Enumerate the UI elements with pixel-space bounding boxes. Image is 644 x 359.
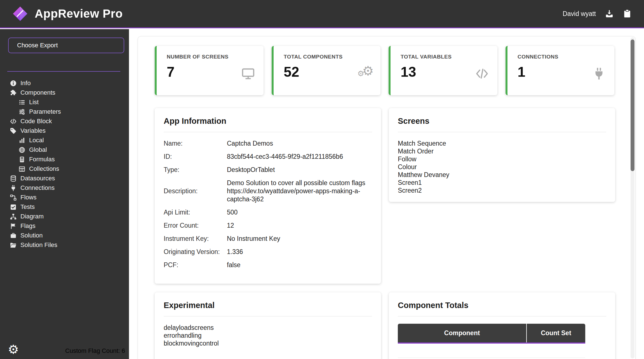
sidebar-item-info[interactable]: Info	[0, 78, 129, 88]
sidebar-item-label: List	[29, 99, 39, 106]
card-title: Experimental	[164, 301, 372, 310]
experimental-list: delayloadscreens errorhandling blockmovi…	[164, 324, 372, 347]
main-area: NUMBER OF SCREENS 7 TOTAL COMPONENTS 52 …	[129, 29, 644, 359]
field-value: false	[227, 261, 372, 269]
info-row-api-limit: Api Limit: 500	[164, 208, 372, 216]
info-row-type: Type: DesktopOrTablet	[164, 166, 372, 174]
monitor-icon	[241, 67, 255, 81]
info-row-id: ID: 83cbf544-cec3-4465-9f29-a2f1211856b6	[164, 153, 372, 161]
sidebar-item-tests[interactable]: Tests	[0, 202, 129, 212]
flow-icon	[10, 194, 17, 201]
sidebar-item-solution-files[interactable]: Solution Files	[0, 240, 129, 250]
sidebar-item-solution[interactable]: Solution	[0, 231, 129, 240]
card-divider	[398, 132, 606, 132]
sidebar-item-datasources[interactable]: Datasources	[0, 174, 129, 183]
sidebar-item-label: Code Block	[20, 118, 52, 125]
field-value: Demo Solution to cover all possible cust…	[227, 179, 372, 203]
field-label: Api Limit:	[164, 208, 227, 216]
check-square-icon	[10, 204, 17, 211]
briefcase-icon	[10, 232, 17, 239]
sidebar-item-variables[interactable]: Variables	[0, 126, 129, 136]
card-title: Component Totals	[398, 301, 606, 310]
gear-icon[interactable]: ⚙	[8, 343, 19, 356]
table-row	[398, 343, 585, 358]
screens-card: Screens Match Sequence Match Order Follo…	[389, 108, 615, 202]
database-icon	[10, 175, 17, 182]
component-totals-card: Component Totals Component Count Set	[389, 292, 615, 359]
calculator-icon	[18, 156, 25, 163]
info-row-instrument-key: Instrument Key: No Instrument Key	[164, 235, 372, 243]
field-label: Type:	[164, 166, 227, 174]
field-label: Instrument Key:	[164, 235, 227, 243]
info-row-name: Name: Captcha Demos	[164, 139, 372, 148]
gears-icon: ⚙⚙	[358, 64, 374, 77]
plug-icon	[592, 67, 606, 81]
custom-flag-count: Custom Flag Count: 6	[65, 347, 125, 355]
sidebar-item-diagram[interactable]: Diagram	[0, 212, 129, 221]
sidebar-item-label: Variables	[20, 127, 46, 134]
flag-icon	[10, 223, 17, 230]
download-icon[interactable]	[605, 9, 614, 18]
stat-card-variables: TOTAL VARIABLES 13	[389, 46, 497, 95]
info-row-originating-version: Originating Version: 1.336	[164, 248, 372, 256]
stat-card-connections: CONNECTIONS 1	[506, 46, 614, 95]
field-value: DesktopOrTablet	[227, 166, 372, 174]
sidebar-item-global[interactable]: Global	[0, 145, 129, 155]
stat-card-screens: NUMBER OF SCREENS 7	[155, 46, 264, 95]
list-item: Match Order	[398, 147, 606, 155]
scrollbar-track[interactable]	[631, 37, 634, 358]
stat-card-components: TOTAL COMPONENTS 52 ⚙⚙	[272, 46, 380, 95]
list-item: errorhandling	[164, 332, 372, 339]
sidebar-item-label: Solution Files	[20, 241, 57, 249]
screens-list: Match Sequence Match Order Follow Colour…	[398, 139, 606, 194]
sidebar-item-flows[interactable]: Flows	[0, 193, 129, 202]
column-header-component: Component	[398, 324, 527, 343]
stat-label: CONNECTIONS	[518, 54, 614, 60]
stat-label: TOTAL VARIABLES	[401, 54, 497, 60]
sidebar-item-parameters[interactable]: Parameters	[0, 107, 129, 116]
code-icon	[475, 67, 489, 81]
sidebar-item-label: Components	[20, 89, 55, 96]
list-item: Follow	[398, 155, 606, 163]
component-totals-table: Component Count Set	[398, 324, 585, 358]
sidebar-divider	[7, 71, 120, 72]
sidebar-item-collections[interactable]: Collections	[0, 164, 129, 174]
field-value: 83cbf544-cec3-4465-9f29-a2f1211856b6	[227, 153, 372, 161]
sidebar-nav: Info Components List Parameters Code Blo…	[0, 78, 129, 250]
sidebar-item-connections[interactable]: Connections	[0, 183, 129, 193]
field-value: 500	[227, 208, 372, 216]
sidebar-item-list[interactable]: List	[0, 97, 129, 107]
sidebar-item-local[interactable]: Local	[0, 136, 129, 145]
sidebar-item-label: Collections	[29, 165, 59, 172]
globe-icon	[18, 146, 25, 153]
field-label: PCF:	[164, 261, 227, 269]
experimental-card: Experimental delayloadscreens errorhandl…	[155, 292, 381, 359]
sidebar-item-label: Solution	[20, 232, 43, 239]
card-divider	[164, 316, 372, 316]
sidebar-item-code-block[interactable]: Code Block	[0, 116, 129, 126]
clipboard-icon[interactable]	[623, 9, 632, 18]
sidebar-item-label: Connections	[20, 184, 55, 192]
sidebar-item-components[interactable]: Components	[0, 88, 129, 97]
sidebar-item-formulas[interactable]: Formulas	[0, 155, 129, 164]
field-value: Captcha Demos	[227, 139, 372, 148]
sidebar-item-flags[interactable]: Flags	[0, 221, 129, 231]
field-label: Name:	[164, 139, 227, 148]
field-label: Originating Version:	[164, 248, 227, 256]
scrollbar-thumb[interactable]	[631, 39, 634, 171]
stat-cards-row: NUMBER OF SCREENS 7 TOTAL COMPONENTS 52 …	[155, 46, 614, 95]
field-value: 12	[227, 222, 372, 230]
choose-export-button[interactable]: Choose Export	[8, 38, 124, 53]
field-value: 1.336	[227, 248, 372, 256]
plug-icon	[10, 185, 17, 192]
list-item: Colour	[398, 163, 606, 171]
field-value: No Instrument Key	[227, 235, 372, 243]
puzzle-icon	[10, 89, 17, 96]
content-panel: NUMBER OF SCREENS 7 TOTAL COMPONENTS 52 …	[138, 36, 636, 359]
card-divider	[164, 132, 372, 132]
stat-label: TOTAL COMPONENTS	[284, 54, 380, 60]
list-item: Screen2	[398, 187, 606, 194]
list-item: delayloadscreens	[164, 324, 372, 332]
code-icon	[10, 118, 17, 125]
list-icon	[18, 99, 25, 106]
